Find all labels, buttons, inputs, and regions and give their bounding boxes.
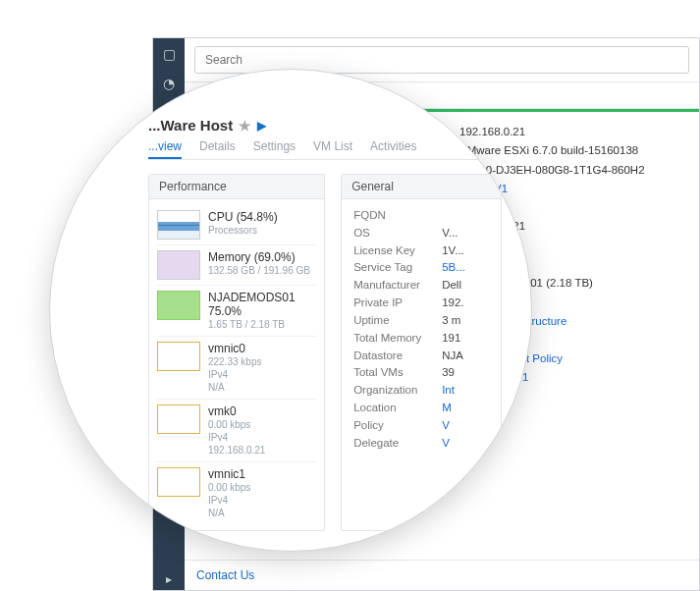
- general-row: LocationM: [353, 400, 489, 417]
- tab-vm-list[interactable]: VM List: [313, 139, 352, 159]
- favorite-star-icon[interactable]: ★: [239, 118, 251, 134]
- general-label: License Key: [353, 242, 442, 260]
- general-value: 191: [442, 330, 460, 348]
- general-value[interactable]: M: [442, 400, 452, 417]
- general-label: Private IP: [353, 295, 442, 312]
- general-row: Total Memory191: [353, 330, 489, 348]
- dashboard-icon[interactable]: ◔: [163, 76, 175, 91]
- perf-row[interactable]: vmnic0222.33 kbpsIPv4N/A: [157, 337, 316, 400]
- tab--view[interactable]: ...view: [148, 139, 182, 159]
- general-row: License Key1V...: [353, 242, 489, 260]
- page-title-text: ...Ware Host: [148, 117, 233, 134]
- general-label: Uptime: [353, 312, 442, 330]
- perf-row[interactable]: Memory (69.0%)132.58 GB / 191.96 GB: [157, 245, 316, 286]
- home-icon[interactable]: ▢: [163, 46, 176, 62]
- general-value: V...: [442, 225, 458, 242]
- perf-sub: 132.58 GB / 191.96 GB: [208, 265, 310, 277]
- general-label: Datastore: [353, 348, 442, 365]
- perf-title: vmk0: [208, 404, 265, 418]
- perf-sub: IPv4: [208, 369, 262, 381]
- general-label: FQDN: [353, 207, 442, 225]
- perf-sub: Processors: [208, 225, 278, 237]
- perf-row[interactable]: vmnic10.00 kbpsIPv4N/A: [157, 462, 316, 524]
- perf-title: vmnic0: [208, 342, 262, 355]
- perf-row[interactable]: NJADEMODS01 75.0%1.65 TB / 2.18 TB: [157, 286, 316, 337]
- general-row: DelegateV: [353, 435, 489, 453]
- perf-title: Memory (69.0%): [208, 250, 310, 264]
- perf-sub: IPv4: [208, 495, 250, 507]
- detail-value: 192.168.0.21: [459, 124, 645, 140]
- perf-sub: N/A: [208, 508, 250, 519]
- expand-rail-icon[interactable]: ▸: [166, 572, 172, 586]
- general-value[interactable]: V: [442, 435, 450, 453]
- footer-bar: Contact Us: [185, 560, 699, 590]
- general-label: OS: [353, 225, 442, 242]
- general-label: Delegate: [353, 435, 442, 453]
- detail-value: VMware ESXi 6.7.0 build-15160138: [459, 142, 645, 159]
- tab-activities[interactable]: Activities: [370, 139, 416, 159]
- perf-title: CPU (54.8%): [208, 210, 278, 224]
- general-label: Policy: [353, 417, 442, 435]
- perf-row[interactable]: vmk00.00 kbpsIPv4192.168.0.21: [157, 400, 316, 462]
- net-thumbnail-icon: [157, 404, 200, 434]
- perf-sub: 192.168.0.21: [208, 445, 265, 457]
- perf-sub: N/A: [208, 382, 262, 394]
- general-label: Manufacturer: [353, 277, 442, 295]
- perf-sub: 0.00 kbps: [208, 482, 250, 494]
- perf-row[interactable]: CPU (54.8%)Processors: [157, 205, 316, 245]
- general-row: Uptime3 m: [353, 312, 489, 330]
- perf-sub: 0.00 kbps: [208, 419, 265, 431]
- general-value[interactable]: Int: [442, 382, 455, 400]
- general-value: NJA: [442, 348, 463, 365]
- general-row: ManufacturerDell: [353, 277, 489, 295]
- general-row: Private IP192.: [353, 295, 489, 312]
- general-row: PolicyV: [353, 417, 489, 435]
- general-row: OSV...: [353, 225, 489, 242]
- contact-us-link[interactable]: Contact Us: [196, 568, 254, 582]
- general-row: Service Tag5B...: [353, 259, 489, 277]
- ds-thumbnail-icon: [157, 291, 200, 320]
- general-label: Location: [353, 400, 442, 417]
- tab-settings[interactable]: Settings: [253, 139, 296, 159]
- general-row: DatastoreNJA: [353, 348, 489, 365]
- general-label: Total VMs: [353, 364, 442, 382]
- performance-header: Performance: [149, 175, 324, 199]
- perf-sub: IPv4: [208, 432, 265, 444]
- net-thumbnail-icon: [157, 467, 200, 497]
- magnifier-lens: ...Ware Host ★ ▶ ...viewDetailsSettingsV…: [49, 69, 532, 552]
- general-value[interactable]: 5B...: [442, 259, 465, 277]
- net-thumbnail-icon: [157, 342, 200, 371]
- general-header: General: [342, 175, 501, 199]
- perf-title: vmnic1: [208, 467, 250, 481]
- general-value[interactable]: V: [442, 417, 450, 435]
- general-row: Total VMs39: [353, 364, 489, 382]
- general-value: 3 m: [442, 312, 460, 330]
- perf-title: NJADEMODS01 75.0%: [208, 291, 316, 318]
- play-icon[interactable]: ▶: [257, 119, 266, 133]
- general-label: Organization: [353, 382, 442, 400]
- general-row: OrganizationInt: [353, 382, 489, 400]
- general-label: Service Tag: [353, 259, 442, 277]
- perf-sub: 1.65 TB / 2.18 TB: [208, 319, 316, 331]
- general-value: 39: [442, 364, 455, 382]
- tab-bar: ...viewDetailsSettingsVM ListActivities: [148, 139, 502, 160]
- general-value: Dell: [442, 277, 461, 295]
- tab-details[interactable]: Details: [199, 139, 236, 159]
- cpu-thumbnail-icon: [157, 210, 200, 240]
- general-label: Total Memory: [353, 330, 442, 348]
- perf-sub: 222.33 kbps: [208, 356, 262, 368]
- performance-panel: Performance CPU (54.8%)ProcessorsMemory …: [148, 174, 325, 531]
- general-value: 192.: [442, 295, 463, 312]
- general-value: 1V...: [442, 242, 464, 260]
- general-row: FQDN: [353, 207, 489, 225]
- mem-thumbnail-icon: [157, 250, 200, 280]
